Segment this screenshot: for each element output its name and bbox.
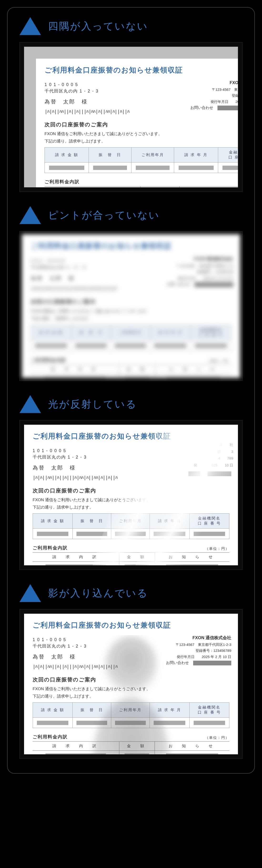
- section2-title: ピントが合っていない: [48, 209, 160, 222]
- billing-table: 請 求 金 額 振 替 日 ご利用年月 請 求 年 月 金融機関名口 座 番 号: [44, 147, 238, 173]
- address: 千代田区丸の内 1 - 2 - 3: [44, 88, 238, 94]
- partial-company-text: 通 社 都 3 4 789 発 025 10 日: [171, 441, 233, 472]
- doc-preview-1: ご利用料金口座振替のお知らせ兼領収証 1 0 1 - 0 0 0 5 千代田区丸…: [20, 42, 242, 192]
- warning-triangle-icon: [20, 206, 41, 224]
- document-examples-frame: 四隅が入っていない ご利用料金口座振替のお知らせ兼領収証 1 0 1 - 0 0…: [7, 7, 255, 774]
- warning-triangle-icon: [20, 17, 41, 35]
- company-info: FXON 通信株式会社 〒123-4567 東京都千代田区1-2-3 登録番号：…: [176, 634, 231, 660]
- billing-table: 請 求 金 額振 替 日ご利用年月請 求 年 月金融機関名口 座 番 号: [33, 514, 229, 539]
- doc-preview-3: ご利用料金口座振替のお知らせ兼領収証 1 0 1 - 0 0 0 5 千代田区丸…: [20, 420, 242, 570]
- section-shadow: 影が入り込んでいる ご利用料金口座振替のお知らせ兼領収証 1 0 1 - 0 0…: [20, 584, 242, 759]
- details-table: 請 求 内 訳金 額お 知 ら せ: [33, 553, 229, 565]
- warning-triangle-icon: [20, 584, 41, 602]
- doc-preview-4: ご利用料金口座振替のお知らせ兼領収証 1 0 1 - 0 0 0 5 千代田区丸…: [20, 609, 242, 759]
- section-glare: 光が反射している ご利用料金口座振替のお知らせ兼領収証 1 0 1 - 0 0 …: [20, 395, 242, 570]
- section4-title: 影が入り込んでいる: [48, 587, 148, 600]
- warning-triangle-icon: [20, 395, 41, 413]
- doc-preview-2: ご利用料金口座振替のお知らせ兼領収証 1 0 1 - 0 0 0 5 千代田区丸…: [20, 231, 242, 381]
- details-table: 請 求 内 訳 金 額 お 知 ら せ: [44, 186, 238, 187]
- recipient-name: 為替 太郎 様: [44, 98, 238, 105]
- billing-table: 請 求 金 額振 替 日ご利用年月請 求 年 月金融機関名口 座 番 号: [33, 702, 229, 728]
- doc-title: ご利用料金口座振替のお知らせ兼領収証: [44, 65, 238, 75]
- section3-title: 光が反射している: [48, 398, 137, 411]
- section1-title: 四隅が入っていない: [48, 20, 148, 33]
- details-table: 請 求 内 訳金 額お 知 ら せ: [33, 741, 229, 754]
- guide-heading: 次回の口座振替のご案内: [44, 121, 238, 128]
- postal-code: 1 0 1 - 0 0 0 5: [44, 82, 238, 87]
- inquiry-row: お問い合わせ: [166, 660, 231, 665]
- details-heading: ご利用料金内訳: [44, 179, 79, 185]
- redacted-bar: [218, 105, 238, 110]
- section-corners-missing: 四隅が入っていない ご利用料金口座振替のお知らせ兼領収証 1 0 1 - 0 0…: [20, 17, 242, 192]
- company-info: FXON 通信株 〒123-4567 東京都千代田 登録番号：123 発行年月日…: [210, 79, 238, 105]
- inquiry-row: お問い合わせ: [190, 105, 238, 110]
- section-out-of-focus: ピントが合っていない ご利用料金口座振替のお知らせ兼領収証 1 0 1 - 0 …: [20, 206, 242, 381]
